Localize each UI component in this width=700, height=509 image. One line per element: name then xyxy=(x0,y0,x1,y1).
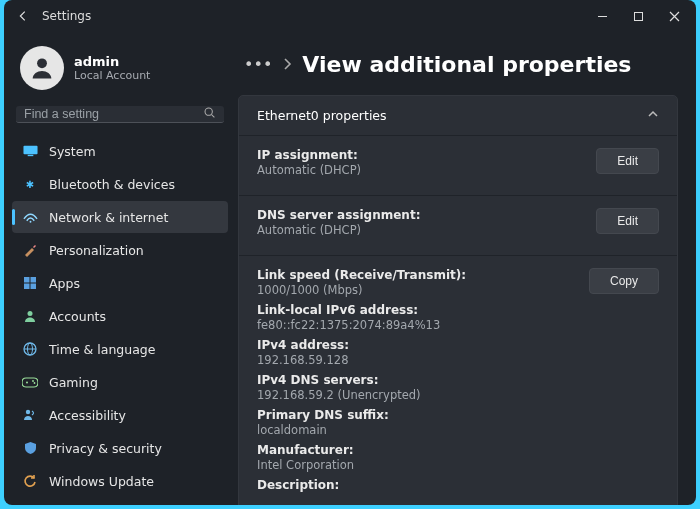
detail-label: Description: xyxy=(257,478,575,492)
detail-row: Link speed (Receive/Transmit):1000/1000 … xyxy=(257,268,575,297)
detail-label: Primary DNS suffix: xyxy=(257,408,575,422)
svg-point-12 xyxy=(28,311,33,316)
sidebar-item-accessibility[interactable]: Accessibility xyxy=(12,399,228,431)
properties-panel: Ethernet0 properties IP assignment: Auto… xyxy=(238,95,678,505)
chevron-right-icon xyxy=(282,57,292,73)
personalization-icon xyxy=(22,242,38,258)
maximize-button[interactable] xyxy=(620,2,656,30)
detail-value: localdomain xyxy=(257,423,575,437)
svg-rect-1 xyxy=(634,12,642,20)
copy-button[interactable]: Copy xyxy=(589,268,659,294)
svg-line-4 xyxy=(212,115,215,118)
detail-row: IPv4 DNS servers:192.168.59.2 (Unencrypt… xyxy=(257,373,575,402)
sidebar-item-label: System xyxy=(49,144,96,159)
svg-point-18 xyxy=(34,382,36,384)
detail-row: IPv4 address:192.168.59.128 xyxy=(257,338,575,367)
panel-header[interactable]: Ethernet0 properties xyxy=(239,96,677,135)
ip-assignment-value: Automatic (DHCP) xyxy=(257,163,582,177)
sidebar-item-label: Gaming xyxy=(49,375,98,390)
sidebar-item-bluetooth-devices[interactable]: ✱Bluetooth & devices xyxy=(12,168,228,200)
sidebar-item-label: Apps xyxy=(49,276,80,291)
avatar xyxy=(20,46,64,90)
svg-rect-6 xyxy=(27,155,33,156)
sidebar-item-network-internet[interactable]: Network & internet xyxy=(12,201,228,233)
svg-point-7 xyxy=(29,221,31,223)
svg-point-19 xyxy=(26,410,30,414)
svg-point-17 xyxy=(32,380,34,382)
chevron-up-icon xyxy=(647,108,659,123)
sidebar-item-label: Privacy & security xyxy=(49,441,162,456)
profile-sub: Local Account xyxy=(74,69,150,82)
profile-block[interactable]: admin Local Account xyxy=(12,38,228,104)
bluetooth-devices-icon: ✱ xyxy=(22,176,38,192)
titlebar: Settings xyxy=(4,0,696,32)
network-internet-icon xyxy=(22,209,38,225)
profile-name: admin xyxy=(74,54,150,69)
svg-point-16 xyxy=(26,381,28,383)
detail-row: Manufacturer:Intel Corporation xyxy=(257,443,575,472)
detail-row: Description: xyxy=(257,478,575,492)
privacy-security-icon xyxy=(22,440,38,456)
search-input[interactable] xyxy=(24,107,203,121)
detail-row: Link-local IPv6 address:fe80::fc22:1375:… xyxy=(257,303,575,332)
time-language-icon xyxy=(22,341,38,357)
svg-point-3 xyxy=(205,108,212,115)
windows-update-icon xyxy=(22,473,38,489)
search-box[interactable] xyxy=(16,106,224,123)
details-section: Link speed (Receive/Transmit):1000/1000 … xyxy=(239,255,677,505)
svg-rect-11 xyxy=(31,284,37,290)
dns-assignment-value: Automatic (DHCP) xyxy=(257,223,582,237)
sidebar-item-label: Time & language xyxy=(49,342,155,357)
accessibility-icon xyxy=(22,407,38,423)
sidebar-item-system[interactable]: System xyxy=(12,135,228,167)
svg-point-2 xyxy=(37,58,47,68)
detail-label: IPv4 address: xyxy=(257,338,575,352)
detail-label: IPv4 DNS servers: xyxy=(257,373,575,387)
detail-label: Link-local IPv6 address: xyxy=(257,303,575,317)
dns-assignment-section: DNS server assignment: Automatic (DHCP) … xyxy=(239,195,677,255)
dns-assignment-label: DNS server assignment: xyxy=(257,208,582,222)
sidebar-item-label: Personalization xyxy=(49,243,144,258)
more-icon[interactable]: ••• xyxy=(244,55,272,74)
sidebar-item-gaming[interactable]: Gaming xyxy=(12,366,228,398)
detail-label: Manufacturer: xyxy=(257,443,575,457)
detail-value: Intel Corporation xyxy=(257,458,575,472)
sidebar-item-apps[interactable]: Apps xyxy=(12,267,228,299)
breadcrumb: ••• View additional properties xyxy=(238,38,678,95)
minimize-button[interactable] xyxy=(584,2,620,30)
edit-ip-button[interactable]: Edit xyxy=(596,148,659,174)
sidebar-item-label: Windows Update xyxy=(49,474,154,489)
detail-value: fe80::fc22:1375:2074:89a4%13 xyxy=(257,318,575,332)
edit-dns-button[interactable]: Edit xyxy=(596,208,659,234)
svg-rect-5 xyxy=(23,146,37,154)
sidebar-item-label: Bluetooth & devices xyxy=(49,177,175,192)
panel-title: Ethernet0 properties xyxy=(257,108,387,123)
sidebar-item-privacy-security[interactable]: Privacy & security xyxy=(12,432,228,464)
detail-value: 192.168.59.2 (Unencrypted) xyxy=(257,388,575,402)
window-title: Settings xyxy=(38,9,91,23)
close-button[interactable] xyxy=(656,2,692,30)
sidebar-item-label: Network & internet xyxy=(49,210,168,225)
accounts-icon xyxy=(22,308,38,324)
sidebar-item-personalization[interactable]: Personalization xyxy=(12,234,228,266)
ip-assignment-section: IP assignment: Automatic (DHCP) Edit xyxy=(239,135,677,195)
sidebar: admin Local Account System✱Bluetooth & d… xyxy=(4,32,236,505)
system-icon xyxy=(22,143,38,159)
detail-value: 1000/1000 (Mbps) xyxy=(257,283,575,297)
detail-label: Link speed (Receive/Transmit): xyxy=(257,268,575,282)
content: ••• View additional properties Ethernet0… xyxy=(236,32,696,505)
sidebar-item-label: Accounts xyxy=(49,309,106,324)
svg-rect-10 xyxy=(24,284,30,290)
page-title: View additional properties xyxy=(302,52,631,77)
sidebar-item-time-language[interactable]: Time & language xyxy=(12,333,228,365)
sidebar-item-accounts[interactable]: Accounts xyxy=(12,300,228,332)
settings-window: Settings admin Local Account xyxy=(4,0,696,505)
gaming-icon xyxy=(22,374,38,390)
ip-assignment-label: IP assignment: xyxy=(257,148,582,162)
search-icon xyxy=(203,106,216,122)
sidebar-item-windows-update[interactable]: Windows Update xyxy=(12,465,228,497)
svg-rect-9 xyxy=(31,277,37,283)
detail-value: 192.168.59.128 xyxy=(257,353,575,367)
nav-list: System✱Bluetooth & devicesNetwork & inte… xyxy=(12,135,228,497)
back-button[interactable] xyxy=(8,9,38,23)
